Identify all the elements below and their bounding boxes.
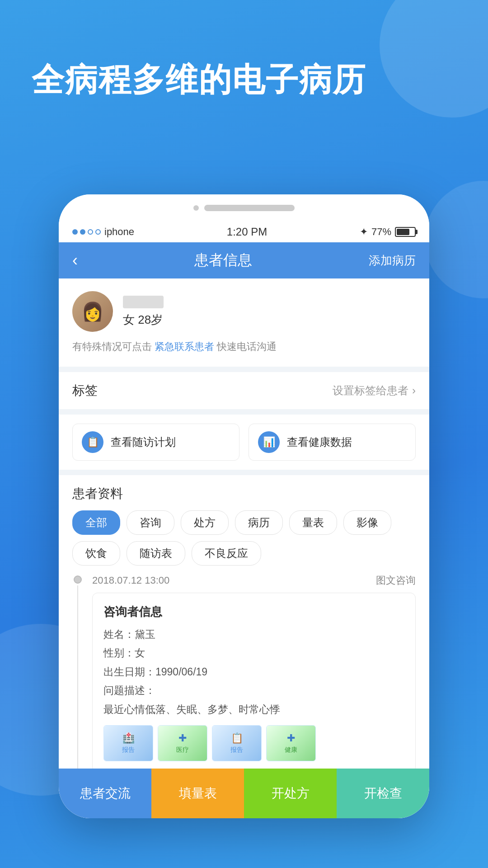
contact-hint-prefix: 有特殊情况可点击 [72, 341, 152, 352]
filter-tab-adverse[interactable]: 不良反应 [192, 541, 261, 566]
filter-tab-diet[interactable]: 饮食 [72, 541, 120, 566]
health-data-button[interactable]: 📊 查看健康数据 [249, 424, 416, 461]
record-thumb-1[interactable]: 🏥 报告 [103, 725, 153, 761]
record-images-row: 🏥 报告 ✚ 医疗 [103, 725, 404, 761]
thumb-text-2: 医疗 [176, 746, 189, 754]
record-type: 图文咨询 [376, 574, 416, 587]
timeline-line [77, 585, 78, 769]
page-headline: 全病程多维的电子病历 [32, 59, 366, 101]
record-content: 2018.07.12 13:00 图文咨询 咨询者信息 姓名：黛玉 性别：女 出… [92, 574, 416, 769]
status-right: ✦ 77% [360, 226, 416, 238]
thumb-text-4: 健康 [285, 746, 297, 754]
filter-tab-history[interactable]: 病历 [235, 510, 283, 535]
patient-info: 女 28岁 [123, 296, 416, 328]
follow-up-plan-button[interactable]: 📋 查看随访计划 [72, 424, 239, 461]
phone-notch-bar [204, 205, 295, 211]
record-thumb-3[interactable]: 📋 报告 [212, 725, 262, 761]
filter-tabs: 全部 咨询 处方 病历 量表 影像 饮食 随访表 不良反应 [59, 502, 429, 574]
record-timeline: 2018.07.12 13:00 图文咨询 咨询者信息 姓名：黛玉 性别：女 出… [59, 574, 429, 769]
records-header: 患者资料 [59, 475, 429, 502]
battery-icon [395, 227, 416, 237]
nav-bar: ‹ 患者信息 添加病历 [59, 242, 429, 278]
health-data-icon: 📊 [258, 431, 280, 453]
patient-gender-age: 女 28岁 [123, 312, 416, 328]
patient-header: 👩 女 28岁 [72, 291, 416, 332]
content-area: 👩 女 28岁 有特殊情况可点击 紧急联系患者 快速电话沟通 标签 设置标签给患… [59, 278, 429, 769]
filter-tab-prescription[interactable]: 处方 [181, 510, 229, 535]
record-meta: 2018.07.12 13:00 图文咨询 [92, 574, 416, 587]
table-row: 2018.07.12 13:00 图文咨询 咨询者信息 姓名：黛玉 性别：女 出… [72, 574, 416, 769]
follow-up-label: 查看随访计划 [111, 435, 176, 449]
record-date: 2018.07.12 13:00 [92, 575, 169, 586]
thumb-logo-3: 📋 [231, 732, 243, 744]
record-row-gender: 性别：女 [103, 644, 404, 662]
filter-tab-consult[interactable]: 咨询 [127, 510, 174, 535]
nav-title: 患者信息 [194, 250, 252, 270]
back-button[interactable]: ‹ [72, 251, 78, 270]
patient-name-blurred [123, 296, 164, 308]
add-history-button[interactable]: 添加病历 [369, 253, 416, 269]
record-card-title: 咨询者信息 [103, 604, 404, 620]
bottom-action-bar: 患者交流 填量表 开处方 开检查 [59, 769, 429, 818]
filter-tab-imaging[interactable]: 影像 [343, 510, 391, 535]
emergency-contact-link[interactable]: 紧急联系患者 [155, 341, 214, 352]
avatar-image: 👩 [72, 291, 113, 332]
signal-dot-4 [95, 229, 101, 235]
timeline-indicator [72, 574, 83, 769]
record-card[interactable]: 咨询者信息 姓名：黛玉 性别：女 出生日期：1990/06/19 问题描述： 最… [92, 593, 416, 769]
status-left: iphone [72, 226, 134, 238]
timeline-dot [74, 576, 82, 584]
signal-dots [72, 229, 101, 235]
record-thumb-4[interactable]: ✚ 健康 [266, 725, 316, 761]
record-thumb-2[interactable]: ✚ 医疗 [158, 725, 207, 761]
patient-chat-button[interactable]: 患者交流 [59, 769, 151, 818]
bluetooth-icon: ✦ [360, 226, 368, 238]
set-tags-button[interactable]: 设置标签给患者 › [333, 383, 416, 398]
signal-dot-2 [80, 229, 85, 235]
patient-info-card: 👩 女 28岁 有特殊情况可点击 紧急联系患者 快速电话沟通 [59, 278, 429, 367]
phone-camera-dot [193, 205, 199, 211]
battery-percent: 77% [371, 226, 391, 238]
patient-name-row [123, 296, 416, 308]
bg-decoration-circle-top [380, 0, 488, 118]
phone-mockup: iphone 1:20 PM ✦ 77% ‹ 患者信息 添加病历 👩 [59, 194, 429, 818]
filter-tab-all[interactable]: 全部 [72, 510, 120, 535]
patient-contact-hint: 有特殊情况可点击 紧急联系患者 快速电话沟通 [72, 339, 416, 354]
record-row-dob: 出生日期：1990/06/19 [103, 663, 404, 681]
bg-decoration-circle-mid [425, 181, 488, 298]
thumb-logo-1: 🏥 [122, 732, 135, 744]
thumb-text-1: 报告 [122, 746, 135, 754]
action-buttons-row: 📋 查看随访计划 📊 查看健康数据 [59, 415, 429, 470]
prescribe-button[interactable]: 开处方 [244, 769, 337, 818]
records-section: 患者资料 全部 咨询 处方 病历 量表 影像 饮食 随访表 不良反应 [59, 475, 429, 769]
follow-up-icon: 📋 [82, 431, 103, 453]
tags-section: 标签 设置标签给患者 › [59, 372, 429, 409]
signal-dot-1 [72, 229, 78, 235]
patient-avatar: 👩 [72, 291, 113, 332]
record-row-name: 姓名：黛玉 [103, 625, 404, 644]
signal-dot-3 [88, 229, 93, 235]
tags-label: 标签 [72, 382, 98, 399]
contact-hint-suffix: 快速电话沟通 [217, 341, 277, 352]
thumb-text-3: 报告 [230, 746, 243, 754]
status-bar: iphone 1:20 PM ✦ 77% [59, 222, 429, 242]
chevron-right-icon: › [412, 384, 416, 397]
thumb-logo-2: ✚ [178, 732, 187, 744]
status-time: 1:20 PM [227, 226, 267, 238]
health-data-label: 查看健康数据 [287, 435, 352, 449]
carrier-label: iphone [104, 226, 134, 238]
battery-fill [397, 229, 410, 235]
record-row-issue-label: 问题描述： [103, 681, 404, 700]
phone-top-bar [59, 194, 429, 222]
fill-scale-button[interactable]: 填量表 [151, 769, 244, 818]
set-tags-text: 设置标签给患者 [333, 383, 408, 398]
thumb-logo-4: ✚ [287, 732, 295, 744]
filter-tab-followup[interactable]: 随访表 [127, 541, 185, 566]
filter-tab-scale[interactable]: 量表 [289, 510, 337, 535]
examine-button[interactable]: 开检查 [337, 769, 429, 818]
record-row-issue-desc: 最近心情低落、失眠、多梦、时常心悸 [103, 700, 404, 719]
